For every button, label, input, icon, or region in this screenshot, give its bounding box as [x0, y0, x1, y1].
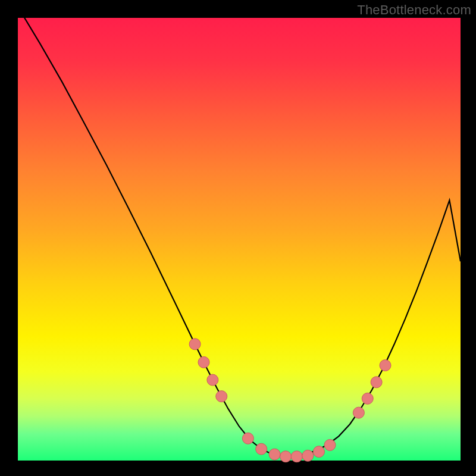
data-marker: [256, 443, 267, 455]
data-marker: [371, 377, 382, 388]
data-marker: [280, 451, 292, 462]
watermark-text: TheBottleneck.com: [357, 2, 471, 18]
data-marker: [313, 446, 324, 458]
data-marker: [198, 356, 209, 368]
data-marker: [353, 407, 364, 418]
data-marker: [216, 391, 227, 402]
gradient-plot-area: [18, 18, 461, 461]
data-marker: [380, 360, 391, 371]
data-marker: [269, 449, 280, 460]
data-marker: [242, 433, 253, 444]
data-marker: [189, 339, 201, 350]
data-marker: [362, 393, 373, 404]
data-marker: [207, 374, 218, 386]
data-marker: [302, 450, 314, 461]
data-marker: [291, 451, 302, 462]
data-marker: [324, 439, 336, 450]
